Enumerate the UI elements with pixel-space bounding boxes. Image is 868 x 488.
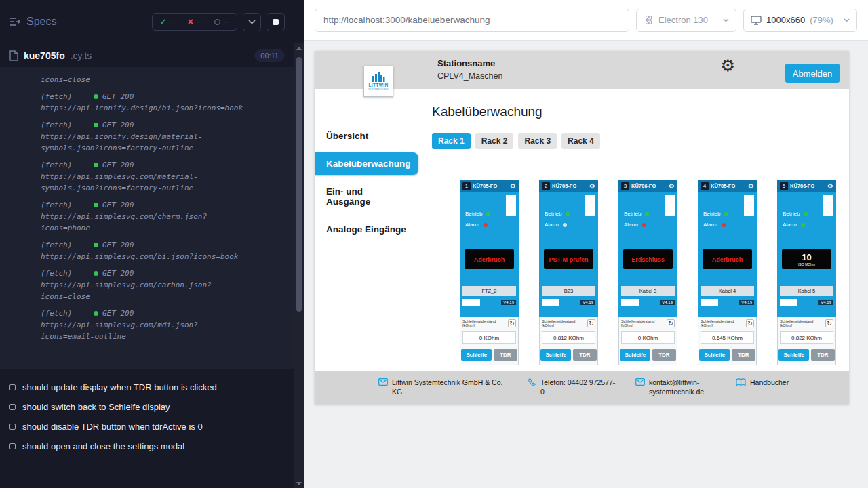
device-card-4: 4 KÜ705-FO ⚙ Betrieb Alarm Aderbruch Ka xyxy=(698,180,757,365)
network-log-entry[interactable]: (fetch)GET 200 https://api.simplesvg.com… xyxy=(41,199,282,234)
window: Specs ✓-- ×-- -- kue705fo.cy.ts 00:11 xyxy=(0,0,868,488)
schleife-button[interactable]: Schleife xyxy=(540,349,571,361)
tdr-button[interactable]: TDR xyxy=(732,349,755,361)
littwin-logo: LITTWIN SYSTEMTECHNIK xyxy=(363,66,393,97)
alarm-label: Alarm xyxy=(783,222,797,228)
spec-header[interactable]: kue705fo.cy.ts 00:11 xyxy=(0,43,294,67)
settings-gear-icon[interactable]: ⚙ xyxy=(720,58,735,74)
device-settings-icon[interactable]: ⚙ xyxy=(589,183,595,190)
status-message: PST-M prüfen xyxy=(549,256,589,263)
status-display: PST-M prüfen xyxy=(544,249,593,269)
log-status: GET 200 xyxy=(102,119,134,131)
scrollbar-down-arrow[interactable] xyxy=(294,479,304,488)
panel-scrollbar xyxy=(294,0,304,488)
footer-email[interactable]: kontakt@littwin-systemtechnik.de xyxy=(635,378,717,396)
measurement-label: Schleifenwiderstand [kOhm] xyxy=(780,319,822,327)
status-message: Aderbruch xyxy=(474,256,505,263)
app-sidebar: Übersicht Kabelüberwachung Ein- und Ausg… xyxy=(315,89,420,371)
schleife-button[interactable]: Schleife xyxy=(620,349,650,361)
network-log-entry[interactable]: (fetch)GET 200 https://api.simplesvg.com… xyxy=(41,239,282,262)
tab-rack-2[interactable]: Rack 2 xyxy=(475,133,514,149)
refresh-icon[interactable]: ↻ xyxy=(746,319,754,327)
log-url: https://api.simplesvg.com/carbon.json?ic… xyxy=(41,279,251,302)
scrollbar-thumb[interactable] xyxy=(296,57,302,312)
sidebar-item-uebersicht[interactable]: Übersicht xyxy=(315,125,420,147)
sidebar-item-analoge-eingaenge[interactable]: Analoge Eingänge xyxy=(315,218,420,241)
schleife-button[interactable]: Schleife xyxy=(461,349,492,361)
logo-text: LITTWIN xyxy=(368,83,388,87)
device-card-header: 3 KÜ706-FO ⚙ xyxy=(618,180,677,192)
status-message: Erdschluss xyxy=(631,256,665,263)
display-segment xyxy=(780,299,797,306)
tab-rack-1[interactable]: Rack 1 xyxy=(432,133,471,149)
schleife-button[interactable]: Schleife xyxy=(778,349,809,361)
log-status: GET 200 xyxy=(102,308,134,319)
log-prefix: (fetch) xyxy=(41,159,94,171)
test-item[interactable]: should disable TDR button when tdrActive… xyxy=(9,417,285,436)
logout-button[interactable]: Abmelden xyxy=(785,64,840,83)
refresh-icon[interactable]: ↻ xyxy=(825,319,833,327)
chevron-down-icon xyxy=(723,18,729,22)
refresh-icon[interactable]: ↻ xyxy=(667,319,675,327)
footer-phone[interactable]: Telefon: 04402 972577-0 xyxy=(528,378,616,396)
tab-rack-3[interactable]: Rack 3 xyxy=(518,133,557,149)
footer-company[interactable]: Littwin Systemtechnik GmbH & Co. KG xyxy=(378,378,509,396)
specs-button[interactable]: Specs xyxy=(9,16,56,28)
betrieb-led xyxy=(804,212,808,216)
alarm-led xyxy=(642,223,646,227)
monitor-icon xyxy=(751,16,762,25)
measurement-label: Schleifenwiderstand [kOhm] xyxy=(542,319,584,327)
network-log-entry[interactable]: (fetch)GET 200 https://api.simplesvg.com… xyxy=(41,308,282,342)
log-status: GET 200 xyxy=(102,239,134,251)
network-log-entry[interactable]: (fetch)GET 200 https://api.iconify.desig… xyxy=(41,91,282,114)
network-log-entry[interactable]: (fetch)GET 200 https://api.simplesvg.com… xyxy=(41,159,282,194)
measurement-value: 0.645 KOhm xyxy=(701,331,754,344)
test-item[interactable]: should switch back to Schleife display xyxy=(9,397,285,417)
sidebar-item-ein-und-ausgaenge[interactable]: Ein- und Ausgänge xyxy=(315,180,420,213)
stop-button[interactable] xyxy=(267,13,285,31)
test-item[interactable]: should open and close the settings modal xyxy=(9,436,285,456)
device-settings-icon[interactable]: ⚙ xyxy=(669,183,675,190)
refresh-icon[interactable]: ↻ xyxy=(508,319,516,327)
betrieb-label: Betrieb xyxy=(465,211,482,217)
test-item[interactable]: should update display when TDR button is… xyxy=(9,378,285,397)
device-settings-icon[interactable]: ⚙ xyxy=(827,183,833,190)
indicator-panel xyxy=(585,195,595,216)
phone-icon xyxy=(528,378,536,387)
device-settings-icon[interactable]: ⚙ xyxy=(510,183,516,190)
chevron-down-icon xyxy=(248,20,256,24)
tdr-button[interactable]: TDR xyxy=(494,349,517,361)
browser-select[interactable]: Electron 130 xyxy=(636,9,736,32)
url-input[interactable] xyxy=(315,9,629,32)
tab-rack-4[interactable]: Rack 4 xyxy=(561,133,600,149)
alarm-led xyxy=(563,223,567,227)
log-status: GET 200 xyxy=(102,159,134,171)
network-log-entry[interactable]: (fetch)GET 200 https://api.iconify.desig… xyxy=(41,119,282,154)
alarm-label: Alarm xyxy=(624,222,638,228)
firmware-version: V4.19 xyxy=(739,300,754,305)
betrieb-led xyxy=(566,212,570,216)
footer-email-text: kontakt@littwin-systemtechnik.de xyxy=(649,378,717,396)
refresh-icon[interactable]: ↻ xyxy=(587,319,595,327)
run-timer: 00:11 xyxy=(254,49,285,62)
sidebar-item-kabelueberwachung[interactable]: Kabelüberwachung xyxy=(315,152,418,175)
scrollbar-up-arrow[interactable] xyxy=(294,43,304,53)
device-card-1: 1 KÜ705-FO ⚙ Betrieb Alarm Aderbruch FT xyxy=(460,180,519,365)
schleife-button[interactable]: Schleife xyxy=(699,349,730,361)
spec-extension: .cy.ts xyxy=(71,50,92,61)
display-segment xyxy=(462,299,480,306)
electron-icon xyxy=(644,15,654,25)
tdr-button[interactable]: TDR xyxy=(811,349,834,361)
device-settings-icon[interactable]: ⚙ xyxy=(748,183,754,190)
tdr-button[interactable]: TDR xyxy=(573,349,596,361)
tdr-button[interactable]: TDR xyxy=(652,349,675,361)
app-header: LITTWIN SYSTEMTECHNIK Stationsname CPLV4… xyxy=(315,51,849,89)
device-card-3: 3 KÜ706-FO ⚙ Betrieb Alarm Erdschluss K xyxy=(618,180,677,365)
test-title: should update display when TDR button is… xyxy=(22,382,217,392)
cypress-panel: Specs ✓-- ×-- -- kue705fo.cy.ts 00:11 xyxy=(0,0,294,488)
footer-manuals[interactable]: Handbücher xyxy=(736,378,789,387)
collapse-button[interactable] xyxy=(243,13,261,31)
network-log-entry[interactable]: (fetch)GET 200 https://api.simplesvg.com… xyxy=(41,268,282,302)
viewport-select[interactable]: 1000x660 (79%) xyxy=(743,9,857,32)
device-card-header: 4 KÜ705-FO ⚙ xyxy=(698,180,757,192)
